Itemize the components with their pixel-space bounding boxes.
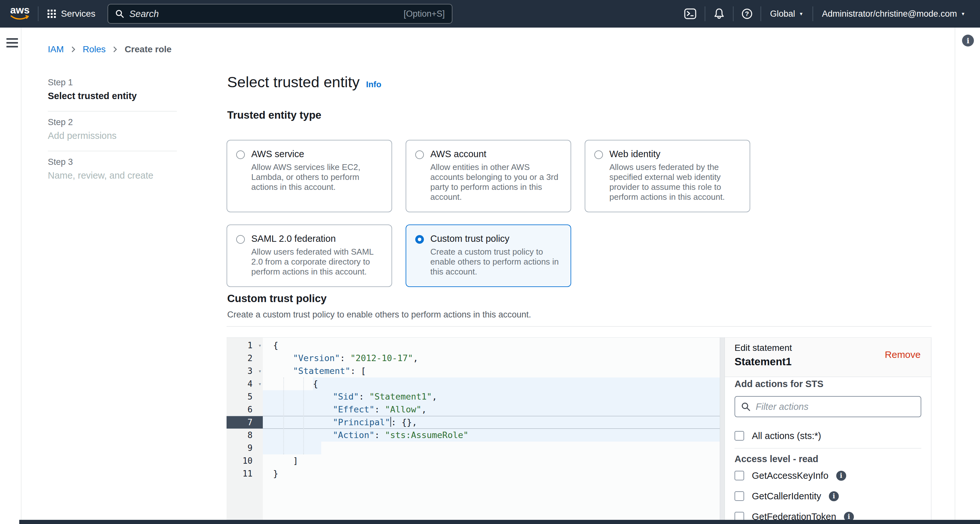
code-token: } bbox=[313, 443, 318, 453]
fold-arrow-icon[interactable]: ▾ bbox=[258, 378, 261, 390]
breadcrumb-item-iam[interactable]: IAM bbox=[48, 44, 64, 54]
entity-card-custom-trust-policy[interactable]: Custom trust policyCreate a custom trust… bbox=[406, 224, 571, 287]
fold-arrow-icon[interactable]: ▾ bbox=[258, 339, 261, 352]
code-line-6[interactable]: 6"Effect": "Allow", bbox=[226, 403, 720, 416]
card-title: Web identity bbox=[609, 149, 741, 159]
radio-button[interactable] bbox=[594, 151, 603, 159]
code-tokens: } bbox=[273, 467, 278, 480]
help-panel-info-icon[interactable]: i bbox=[962, 35, 974, 46]
code-line-2[interactable]: 2"Version": "2012-10-17", bbox=[226, 352, 720, 365]
hamburger-menu-button[interactable] bbox=[6, 36, 18, 50]
line-number: 9 bbox=[226, 441, 263, 454]
aws-logo[interactable]: aws bbox=[8, 5, 32, 22]
radio-button[interactable] bbox=[236, 235, 245, 244]
code-line-4[interactable]: 4▾{ bbox=[226, 378, 720, 390]
access-level-read-heading: Access level - read bbox=[735, 454, 818, 464]
services-menu-button[interactable]: Services bbox=[48, 0, 95, 28]
aws-logo-text: aws bbox=[8, 5, 32, 15]
code-line-7[interactable]: 7"Principal": {}, bbox=[226, 416, 720, 429]
help-button[interactable]: ? bbox=[733, 0, 760, 28]
search-placeholder: Search bbox=[129, 9, 399, 19]
code-token: "Statement1" bbox=[369, 392, 432, 402]
code-token: : [ bbox=[350, 366, 366, 376]
code-token: : bbox=[359, 392, 369, 402]
code-line-8[interactable]: 8"Action": "sts:AssumeRole" bbox=[226, 429, 720, 441]
entity-card-aws-account[interactable]: AWS accountAllow entities in other AWS a… bbox=[406, 140, 571, 212]
fold-arrow-icon[interactable]: ▾ bbox=[258, 365, 261, 378]
edit-statement-panel: Edit statement Statement1 Remove Add act… bbox=[725, 338, 932, 524]
info-link[interactable]: Info bbox=[366, 79, 382, 89]
top-navigation-bar: aws Services Search [Option+S] bbox=[0, 0, 980, 28]
info-icon[interactable]: i bbox=[836, 471, 846, 481]
code-content: ] bbox=[263, 454, 720, 467]
radio-button[interactable] bbox=[236, 151, 245, 159]
code-token: { bbox=[273, 340, 278, 350]
step-number-label: Step 3 bbox=[48, 157, 177, 167]
code-line-5[interactable]: 5"Sid": "Statement1", bbox=[226, 390, 720, 403]
line-number: 4▾ bbox=[226, 378, 263, 390]
entity-card-aws-service[interactable]: AWS serviceAllow AWS services like EC2, … bbox=[226, 140, 392, 212]
code-line-10[interactable]: 10] bbox=[226, 454, 720, 467]
notifications-bell-button[interactable] bbox=[705, 0, 733, 28]
code-line-1[interactable]: 1▾{ bbox=[226, 339, 720, 352]
section-divider bbox=[226, 326, 932, 327]
wizard-step-name-review-and-create[interactable]: Step 3Name, review, and create bbox=[48, 151, 177, 191]
code-token: : bbox=[374, 430, 385, 440]
code-token: "sts:AssumeRole" bbox=[385, 430, 468, 440]
region-selector[interactable]: Global ▼ bbox=[761, 0, 813, 28]
line-number: 11 bbox=[226, 467, 263, 480]
indent-guide bbox=[283, 378, 284, 454]
code-content: "Statement": [ bbox=[263, 365, 720, 378]
account-menu[interactable]: Administrator/christine@mode.com ▼ bbox=[813, 0, 974, 28]
remove-statement-link[interactable]: Remove bbox=[885, 349, 921, 360]
search-input[interactable]: Search [Option+S] bbox=[108, 4, 452, 24]
code-line-9[interactable]: 9} bbox=[226, 441, 720, 454]
card-title: Custom trust policy bbox=[430, 233, 562, 244]
card-text: SAML 2.0 federationAllow users federated… bbox=[251, 233, 382, 277]
card-description: Create a custom trust policy to enable o… bbox=[430, 247, 562, 277]
action-label: GetAccessKeyInfo bbox=[752, 470, 829, 481]
right-help-rail: i bbox=[955, 28, 980, 524]
code-token: ] bbox=[293, 456, 298, 466]
card-description: Allow users federated with SAML 2.0 from… bbox=[251, 247, 382, 277]
cloudshell-button[interactable] bbox=[676, 0, 705, 28]
checkbox-getcalleridentity[interactable] bbox=[735, 491, 744, 501]
line-number: 1▾ bbox=[226, 339, 263, 352]
code-content: { bbox=[263, 339, 720, 352]
radio-button[interactable] bbox=[415, 235, 424, 244]
wizard-step-add-permissions[interactable]: Step 2Add permissions bbox=[48, 111, 177, 151]
line-number: 8 bbox=[226, 429, 263, 441]
code-line-11[interactable]: 11} bbox=[226, 467, 720, 480]
breadcrumb-item-roles[interactable]: Roles bbox=[83, 44, 106, 54]
trusted-entity-type-heading: Trusted entity type bbox=[227, 109, 321, 121]
code-line-3[interactable]: 3▾"Statement": [ bbox=[226, 365, 720, 378]
breadcrumb-chevron-icon bbox=[113, 45, 118, 54]
all-actions-checkbox[interactable] bbox=[735, 431, 744, 441]
code-token: : bbox=[374, 404, 385, 414]
code-content: } bbox=[263, 441, 720, 454]
card-title: SAML 2.0 federation bbox=[251, 233, 382, 244]
bell-icon bbox=[714, 8, 725, 19]
all-actions-label: All actions (sts:*) bbox=[752, 431, 821, 441]
info-icon[interactable]: i bbox=[829, 491, 839, 501]
indent-guide bbox=[303, 378, 304, 454]
entity-card-saml-2-0-federation[interactable]: SAML 2.0 federationAllow users federated… bbox=[226, 224, 392, 287]
code-token: } bbox=[273, 468, 278, 478]
editor-panel-divider[interactable] bbox=[720, 338, 725, 524]
entity-type-cards: AWS serviceAllow AWS services like EC2, … bbox=[226, 140, 750, 287]
code-tokens: "Sid": "Statement1", bbox=[333, 390, 437, 403]
code-editor-area[interactable]: 1▾{2"Version": "2012-10-17",3▾"Statement… bbox=[226, 338, 720, 524]
code-token: "Action" bbox=[333, 430, 374, 440]
code-tokens: { bbox=[273, 339, 278, 352]
entity-card-web-identity[interactable]: Web identityAllows users federated by th… bbox=[585, 140, 750, 212]
checkbox-getaccesskeyinfo[interactable] bbox=[735, 471, 744, 480]
page-title: Select trusted entity bbox=[227, 73, 360, 91]
code-token: "2012-10-17" bbox=[350, 353, 413, 363]
filter-actions-input[interactable]: Filter actions bbox=[735, 396, 921, 417]
code-token: "Statement" bbox=[293, 366, 350, 376]
code-token: "Version" bbox=[293, 353, 340, 363]
radio-button[interactable] bbox=[415, 151, 424, 159]
account-label: Administrator/christine@mode.com bbox=[822, 9, 957, 19]
aws-console-create-role-page: { "topbar": { "logo": "aws", "services_l… bbox=[0, 0, 980, 524]
wizard-step-select-trusted-entity[interactable]: Step 1Select trusted entity bbox=[48, 72, 177, 111]
